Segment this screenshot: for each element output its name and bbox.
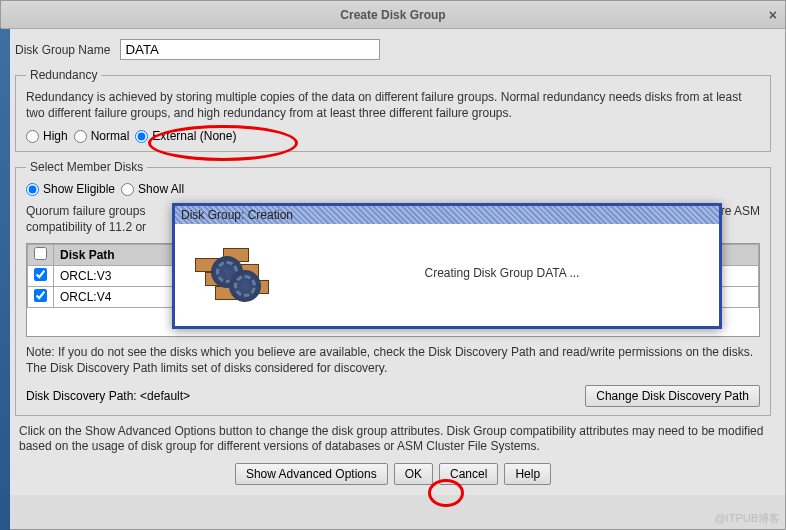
ok-button[interactable]: OK (394, 463, 433, 485)
progress-dialog: Disk Group: Creation Creating Disk Group… (172, 203, 722, 329)
cancel-button[interactable]: Cancel (439, 463, 498, 485)
window-title: Create Disk Group (340, 8, 445, 22)
redundancy-fieldset: Redundancy Redundancy is achieved by sto… (15, 68, 771, 152)
discovery-note: Note: If you do not see the disks which … (26, 345, 760, 376)
discovery-path-label: Disk Discovery Path: <default> (26, 389, 190, 403)
show-all[interactable]: Show All (121, 182, 184, 196)
disk-group-name-label: Disk Group Name (15, 43, 110, 57)
disk-group-name-input[interactable] (120, 39, 380, 60)
show-eligible[interactable]: Show Eligible (26, 182, 115, 196)
radio-show-all[interactable] (121, 183, 134, 196)
radio-show-eligible[interactable] (26, 183, 39, 196)
show-advanced-options-button[interactable]: Show Advanced Options (235, 463, 388, 485)
radio-normal[interactable] (74, 130, 87, 143)
row-checkbox-1[interactable] (34, 289, 47, 302)
brick-gear-icon (195, 238, 275, 308)
redundancy-high[interactable]: High (26, 129, 68, 143)
left-decor-strip (0, 28, 10, 530)
radio-high[interactable] (26, 130, 39, 143)
header-checkbox[interactable] (34, 247, 47, 260)
watermark: @ITPUB博客 (714, 511, 780, 526)
close-icon[interactable]: × (769, 7, 777, 23)
bottom-text: Click on the Show Advanced Options butto… (19, 424, 767, 455)
help-button[interactable]: Help (504, 463, 551, 485)
progress-dialog-title: Disk Group: Creation (175, 206, 719, 224)
progress-dialog-body: Creating Disk Group DATA ... (175, 224, 719, 322)
button-row: Show Advanced Options OK Cancel Help (15, 463, 771, 485)
progress-text: Creating Disk Group DATA ... (305, 266, 699, 280)
show-options: Show Eligible Show All (26, 182, 760, 196)
radio-external[interactable] (135, 130, 148, 143)
redundancy-desc: Redundancy is achieved by storing multip… (26, 90, 760, 121)
redundancy-options: High Normal External (None) (26, 129, 760, 143)
disk-group-name-row: Disk Group Name (15, 39, 771, 60)
redundancy-external[interactable]: External (None) (135, 129, 236, 143)
titlebar: Create Disk Group × (1, 1, 785, 29)
discovery-path-row: Disk Discovery Path: <default> Change Di… (26, 385, 760, 407)
redundancy-legend: Redundancy (26, 68, 101, 82)
redundancy-normal[interactable]: Normal (74, 129, 130, 143)
change-discovery-path-button[interactable]: Change Disk Discovery Path (585, 385, 760, 407)
member-disks-legend: Select Member Disks (26, 160, 147, 174)
row-checkbox-0[interactable] (34, 268, 47, 281)
